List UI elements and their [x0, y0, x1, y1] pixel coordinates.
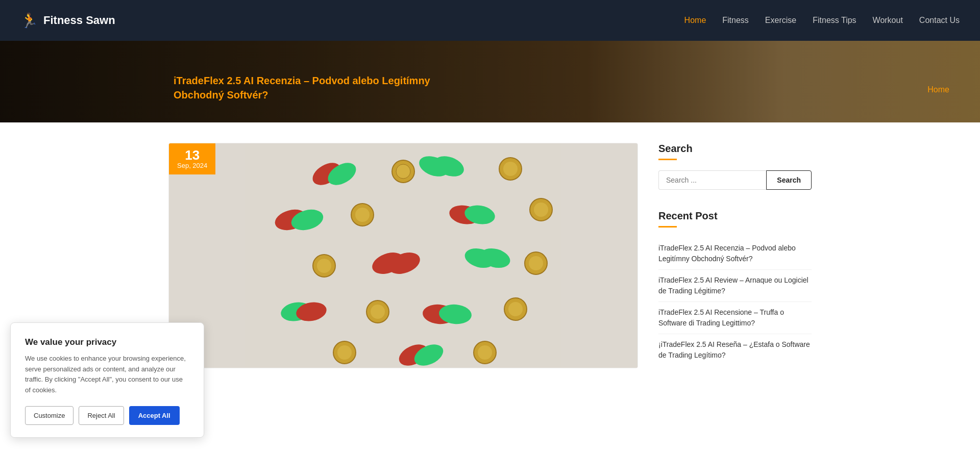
list-item: iTradeFlex 2.5 AI Recenzia – Podvod aleb… [658, 238, 812, 270]
logo-icon: 🏃 [20, 12, 38, 29]
hero-breadcrumb[interactable]: Home [927, 85, 949, 94]
nav-item-workout[interactable]: Workout [873, 16, 903, 25]
post-month-year: Sep, 2024 [177, 162, 207, 169]
cookie-text: We use cookies to enhance your browsing … [25, 354, 189, 396]
hero-content: iTradeFlex 2.5 AI Recenzia – Podvod aleb… [174, 73, 878, 102]
nav-item-fitness-tips[interactable]: Fitness Tips [813, 16, 856, 25]
recent-post-list: iTradeFlex 2.5 AI Recenzia – Podvod aleb… [658, 238, 812, 366]
post-thumbnail-image [169, 143, 638, 368]
recent-post-underline [658, 226, 677, 228]
nav-item-exercise[interactable]: Exercise [765, 16, 796, 25]
nav-link-home[interactable]: Home [684, 16, 706, 24]
svg-point-12 [355, 208, 370, 222]
nav-menu: Home Fitness Exercise Fitness Tips Worko… [684, 16, 960, 25]
nav-link-exercise[interactable]: Exercise [765, 16, 796, 24]
list-item: iTradeFlex 2.5 AI Recensione – Truffa o … [658, 302, 812, 334]
search-form: Search [658, 170, 812, 190]
svg-point-24 [529, 256, 543, 270]
svg-point-16 [534, 203, 548, 217]
svg-point-38 [478, 345, 492, 360]
recent-post-link-3[interactable]: iTradeFlex 2.5 AI Recensione – Truffa o … [658, 308, 784, 327]
nav-link-fitness[interactable]: Fitness [722, 16, 749, 24]
hero-title: iTradeFlex 2.5 AI Recenzia – Podvod aleb… [174, 73, 439, 102]
brand-logo[interactable]: 🏃 Fitness Sawn [20, 12, 115, 29]
nav-item-home[interactable]: Home [684, 16, 706, 25]
recent-post-link-4[interactable]: ¡iTradeFlex 2.5 AI Reseña – ¿Estafa o So… [658, 340, 810, 359]
sidebar: Search Search Recent Post iTradeFlex 2.5… [658, 143, 812, 386]
customize-button[interactable]: Customize [25, 406, 74, 407]
nav-item-contact[interactable]: Contact Us [919, 16, 960, 25]
recent-post-link-1[interactable]: iTradeFlex 2.5 AI Recenzia – Podvod aleb… [658, 244, 796, 263]
cookie-title: We value your privacy [25, 337, 189, 347]
blog-section: 13 Sep, 2024 [168, 143, 638, 386]
accept-all-button[interactable]: Accept All [129, 406, 180, 407]
svg-point-18 [317, 259, 331, 273]
post-thumbnail: 13 Sep, 2024 [169, 143, 638, 368]
main-wrapper: 13 Sep, 2024 [158, 122, 822, 407]
nav-link-contact[interactable]: Contact Us [919, 16, 960, 24]
search-button[interactable]: Search [766, 170, 812, 190]
post-day: 13 [177, 148, 207, 162]
recent-post-widget: Recent Post iTradeFlex 2.5 AI Recenzia –… [658, 210, 812, 366]
search-input[interactable] [658, 170, 766, 190]
post-card: 13 Sep, 2024 [168, 143, 638, 368]
svg-point-28 [371, 305, 385, 319]
list-item: ¡iTradeFlex 2.5 AI Reseña – ¿Estafa o So… [658, 334, 812, 366]
svg-point-6 [396, 164, 410, 179]
svg-point-32 [508, 302, 523, 316]
nav-link-fitness-tips[interactable]: Fitness Tips [813, 16, 856, 24]
recent-post-link-2[interactable]: iTradeFlex 2.5 AI Review – Arnaque ou Lo… [658, 276, 808, 295]
cookie-banner: We value your privacy We use cookies to … [10, 322, 204, 407]
list-item: iTradeFlex 2.5 AI Review – Arnaque ou Lo… [658, 270, 812, 302]
recent-post-title: Recent Post [658, 210, 812, 222]
navbar: 🏃 Fitness Sawn Home Fitness Exercise Fit… [0, 0, 980, 41]
search-widget: Search Search [658, 143, 812, 190]
widget-underline [658, 159, 677, 160]
date-badge: 13 Sep, 2024 [169, 143, 215, 174]
nav-item-fitness[interactable]: Fitness [722, 16, 749, 25]
svg-point-8 [503, 162, 518, 176]
reject-all-button[interactable]: Reject All [79, 406, 124, 407]
nav-link-workout[interactable]: Workout [873, 16, 903, 24]
svg-point-34 [337, 345, 352, 360]
cookie-buttons: Customize Reject All Accept All [25, 406, 189, 407]
brand-name: Fitness Sawn [43, 14, 115, 27]
search-widget-title: Search [658, 143, 812, 155]
